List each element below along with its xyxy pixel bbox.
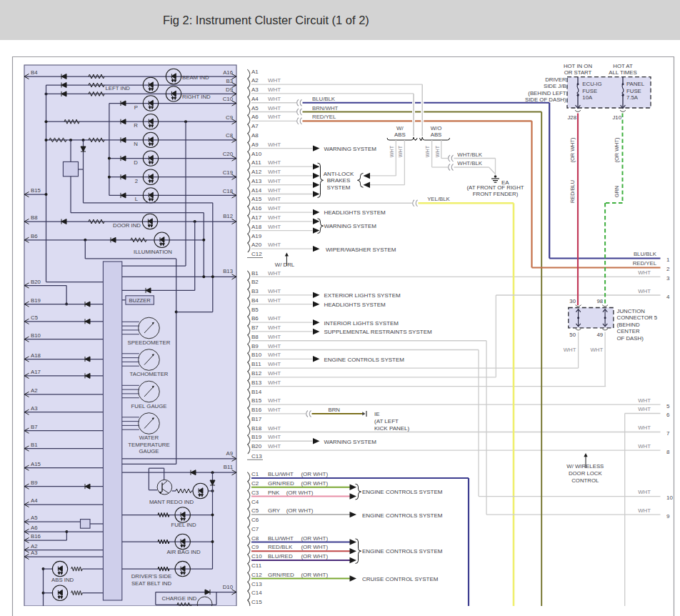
- svg-text:ECU-IG: ECU-IG: [582, 81, 601, 87]
- svg-text:WHT: WHT: [268, 397, 281, 404]
- svg-text:GRY: GRY: [268, 507, 281, 514]
- svg-text:WHT: WHT: [268, 361, 281, 367]
- svg-text:A2: A2: [251, 77, 259, 84]
- svg-text:WHT: WHT: [268, 334, 281, 340]
- svg-text:FUSE: FUSE: [626, 88, 641, 94]
- svg-text:(OR WHT): (OR WHT): [569, 138, 576, 163]
- svg-text:DRIVER'S SIDE: DRIVER'S SIDE: [131, 573, 172, 580]
- svg-text:WHT: WHT: [638, 489, 651, 495]
- svg-text:ILLUMINATION: ILLUMINATION: [134, 249, 172, 255]
- svg-text:(BEHIND: (BEHIND: [617, 322, 640, 328]
- svg-text:WHT: WHT: [268, 178, 281, 184]
- svg-text:B6: B6: [251, 315, 259, 322]
- svg-text:C8: C8: [251, 535, 259, 542]
- svg-text:C13: C13: [251, 453, 262, 459]
- svg-text:TEMPERATURE: TEMPERATURE: [128, 442, 169, 448]
- svg-text:HEADLIGHTS SYSTEM: HEADLIGHTS SYSTEM: [324, 302, 386, 308]
- svg-text:C14: C14: [251, 590, 262, 596]
- svg-text:GAUGE: GAUGE: [139, 448, 159, 454]
- svg-text:B11: B11: [224, 464, 233, 470]
- svg-text:WHT: WHT: [268, 343, 281, 349]
- svg-text:A14: A14: [251, 187, 262, 194]
- svg-text:A16: A16: [223, 69, 233, 76]
- svg-text:GRN: GRN: [614, 186, 620, 197]
- svg-text:C6: C6: [251, 517, 259, 523]
- svg-text:WHT/BLK: WHT/BLK: [457, 151, 482, 158]
- svg-text:WHT: WHT: [268, 297, 281, 304]
- svg-text:LEFT IND: LEFT IND: [105, 85, 130, 91]
- svg-text:C13: C13: [251, 581, 262, 587]
- svg-text:B8: B8: [31, 214, 38, 221]
- svg-text:WHT: WHT: [268, 224, 281, 230]
- svg-text:A11: A11: [251, 159, 261, 166]
- svg-text:WHT: WHT: [268, 370, 281, 377]
- svg-text:7: 7: [666, 430, 670, 437]
- svg-text:A15: A15: [31, 461, 41, 467]
- svg-text:CRUISE CONTROL SYSTEM: CRUISE CONTROL SYSTEM: [362, 576, 439, 582]
- svg-text:WHT: WHT: [590, 347, 603, 353]
- svg-text:BRAKES: BRAKES: [327, 177, 350, 184]
- svg-text:W/O: W/O: [431, 125, 442, 131]
- svg-text:FRONT FENDER): FRONT FENDER): [473, 191, 519, 197]
- svg-text:RED/BLK: RED/BLK: [268, 544, 293, 550]
- svg-text:R: R: [134, 122, 138, 129]
- svg-text:A1: A1: [251, 69, 259, 75]
- svg-text:A18: A18: [31, 352, 41, 359]
- svg-text:DOOR LOCK: DOOR LOCK: [569, 470, 603, 477]
- svg-text:B9: B9: [251, 343, 259, 349]
- svg-text:B12: B12: [251, 370, 262, 377]
- svg-text:(AT FRONT OF RIGHT: (AT FRONT OF RIGHT: [466, 184, 524, 191]
- svg-text:WHT: WHT: [268, 105, 281, 111]
- svg-text:B13: B13: [251, 379, 262, 386]
- svg-text:50: 50: [569, 332, 576, 338]
- svg-text:WARNING SYSTEM: WARNING SYSTEM: [324, 223, 377, 229]
- svg-text:BLU/RED: BLU/RED: [268, 553, 293, 560]
- svg-text:FUEL GAUGE: FUEL GAUGE: [131, 403, 167, 409]
- svg-text:B11: B11: [251, 361, 261, 367]
- svg-text:C3: C3: [251, 490, 259, 496]
- svg-text:WHT: WHT: [638, 424, 651, 431]
- svg-text:WHT: WHT: [268, 196, 281, 202]
- svg-text:CENTER: CENTER: [617, 328, 640, 334]
- svg-text:(OR WHT): (OR WHT): [614, 138, 620, 163]
- svg-text:IE: IE: [374, 411, 380, 417]
- svg-text:W/: W/: [396, 125, 404, 131]
- svg-text:WHT: WHT: [268, 205, 281, 212]
- svg-text:B14: B14: [251, 389, 262, 395]
- svg-text:C8: C8: [226, 132, 233, 139]
- svg-text:N: N: [134, 141, 138, 147]
- svg-text:A19: A19: [251, 233, 262, 239]
- svg-text:WARNING SYSTEM: WARNING SYSTEM: [324, 439, 377, 445]
- svg-text:C10: C10: [223, 96, 234, 102]
- svg-text:WHT: WHT: [434, 145, 441, 157]
- svg-text:B13: B13: [223, 268, 233, 274]
- svg-text:C2: C2: [251, 480, 259, 487]
- svg-text:WHT: WHT: [268, 86, 281, 93]
- svg-text:GRN/RED: GRN/RED: [268, 572, 294, 578]
- svg-text:WHT: WHT: [638, 397, 651, 404]
- svg-text:WHT: WHT: [268, 187, 281, 194]
- svg-text:WHT: WHT: [638, 443, 651, 449]
- svg-text:GRN/RED: GRN/RED: [268, 480, 294, 487]
- svg-text:ENGINE CONTROLS SYSTEM: ENGINE CONTROLS SYSTEM: [324, 357, 405, 363]
- svg-text:DOOR IND: DOOR IND: [113, 222, 141, 229]
- svg-text:(OR WHT): (OR WHT): [301, 480, 328, 487]
- svg-text:FUEL IND: FUEL IND: [171, 522, 196, 528]
- svg-text:A3: A3: [251, 86, 259, 93]
- svg-text:A9: A9: [226, 450, 233, 457]
- svg-text:10A: 10A: [582, 94, 593, 101]
- svg-text:WHT/BLK: WHT/BLK: [457, 160, 482, 167]
- svg-text:C1: C1: [251, 471, 259, 477]
- svg-text:(OR WHT): (OR WHT): [301, 553, 328, 560]
- svg-text:WHT: WHT: [268, 270, 281, 277]
- svg-text:WHT: WHT: [268, 315, 281, 322]
- svg-text:A20: A20: [251, 242, 262, 248]
- svg-text:D10: D10: [223, 584, 234, 590]
- svg-text:A9: A9: [251, 141, 259, 148]
- svg-text:WHT: WHT: [397, 145, 404, 157]
- svg-text:B19: B19: [31, 297, 41, 304]
- svg-text:(OR WHT): (OR WHT): [301, 471, 328, 477]
- svg-text:WHT: WHT: [268, 214, 281, 221]
- svg-text:A6: A6: [251, 114, 259, 120]
- svg-text:WHT: WHT: [638, 406, 651, 412]
